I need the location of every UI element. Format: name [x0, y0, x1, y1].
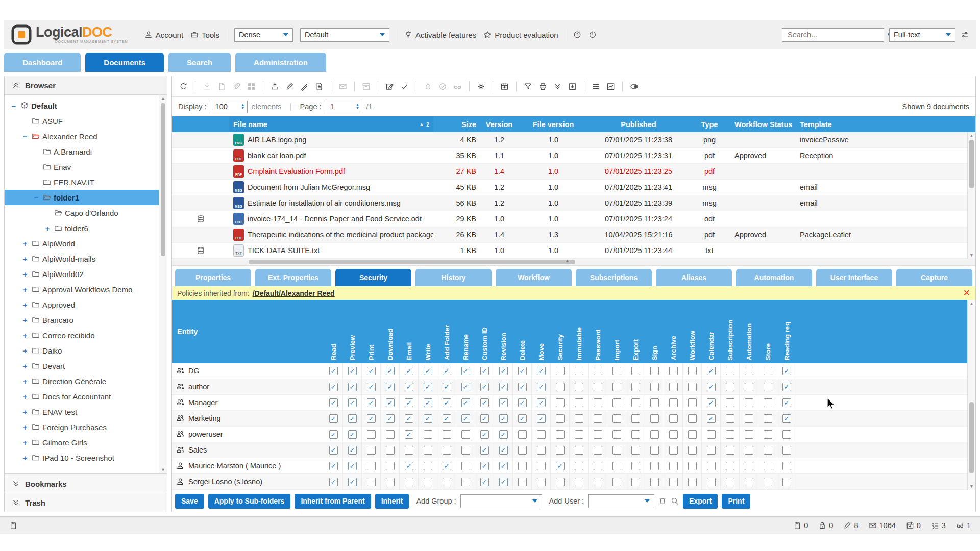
security-row-manager[interactable]: Manager ✓✓✓✓✓✓✓✓✓✓✓✓✓✓	[172, 395, 975, 411]
checkbox-author-read[interactable]: ✓	[329, 383, 338, 391]
checkbox-marketing-move[interactable]: ✓	[537, 414, 546, 423]
security-row-maurice-marston-maurice[interactable]: Maurice Marston ( Maurice ) ✓✓✓✓✓✓✓	[172, 458, 975, 474]
checkbox-poweruser-subscription[interactable]	[726, 430, 734, 439]
export-grid-icon[interactable]	[566, 80, 579, 93]
tree-expander-icon[interactable]: +	[21, 408, 29, 416]
checkbox-dg-store[interactable]	[764, 367, 772, 375]
checkbox-marketing-read[interactable]: ✓	[329, 414, 338, 423]
tree-node-alexander-reed[interactable]: − Alexander Reed	[5, 129, 159, 144]
bookmarks-section-header[interactable]: Bookmarks	[5, 474, 167, 493]
close-icon[interactable]: ✕	[963, 288, 970, 298]
inherited-folder-link[interactable]: /Default/Alexander Reed	[253, 289, 335, 297]
checkbox-maurice-marston-maurice-password[interactable]	[594, 462, 602, 470]
tree-node-alpiworld[interactable]: + AlpiWorld	[5, 236, 159, 251]
security-row-marketing[interactable]: Marketing ✓✓✓✓✓✓✓✓✓✓✓✓✓✓	[172, 411, 975, 427]
product-evaluation-link[interactable]: Product evaluation	[483, 31, 558, 39]
checkbox-maurice-marston-maurice-custom-id[interactable]: ✓	[480, 462, 489, 470]
checkbox-sergei-losno-s-losno-sign[interactable]	[650, 478, 659, 486]
checkbox-maurice-marston-maurice-import[interactable]	[612, 462, 621, 470]
document-name[interactable]: Document from Julian McGregor.msg	[248, 183, 370, 191]
checkbox-manager-security[interactable]	[556, 398, 565, 407]
checkbox-manager-delete[interactable]: ✓	[518, 398, 527, 407]
document-name[interactable]: invoice-174_14 - Dennis Paper and Food S…	[248, 215, 422, 223]
checkbox-sales-delete[interactable]	[518, 446, 527, 455]
column-header-size[interactable]: Size	[433, 120, 480, 129]
checkbox-poweruser-password[interactable]	[594, 430, 602, 439]
checkbox-sergei-losno-s-losno-read[interactable]: ✓	[329, 478, 338, 486]
checkbox-sales-security[interactable]	[556, 446, 565, 455]
status-tasks-counter[interactable]: 3	[931, 521, 946, 530]
checkbox-manager-import[interactable]	[612, 398, 621, 407]
advanced-search-sliders-icon[interactable]	[961, 31, 969, 39]
column-header-workflow-status[interactable]: Workflow Status	[730, 120, 796, 129]
checkbox-sales-read[interactable]: ✓	[329, 446, 338, 455]
checkbox-sergei-losno-s-losno-download[interactable]	[386, 478, 395, 486]
checkbox-sales-archive[interactable]	[669, 446, 678, 455]
checkbox-dg-preview[interactable]: ✓	[348, 367, 357, 375]
checkbox-marketing-print[interactable]: ✓	[367, 414, 376, 423]
tree-node-approved[interactable]: + Approved	[5, 297, 159, 312]
detail-tab-ext-properties[interactable]: Ext. Properties	[255, 269, 331, 286]
checkbox-sergei-losno-s-losno-export[interactable]	[631, 478, 640, 486]
checkbox-dg-immutable[interactable]	[575, 367, 583, 375]
checkbox-sales-print[interactable]	[367, 446, 376, 455]
tools-menu[interactable]: Tools	[190, 31, 219, 39]
column-header-version[interactable]: Version	[480, 120, 518, 129]
tree-expander-icon[interactable]: +	[21, 454, 29, 462]
document-row-document-from-julian-mcgregor-msg[interactable]: MSGDocument from Julian McGregor.msg 45 …	[172, 180, 975, 195]
browser-section-header[interactable]: Browser	[5, 76, 167, 95]
checkbox-marketing-password[interactable]	[594, 414, 602, 423]
document-name[interactable]: TICK-DATA-SUITE.txt	[248, 246, 320, 255]
checkbox-maurice-marston-maurice-write[interactable]	[424, 462, 432, 470]
checkbox-sales-custom-id[interactable]: ✓	[480, 446, 489, 455]
checkbox-sergei-losno-s-losno-print[interactable]	[367, 478, 376, 486]
tree-expander-icon[interactable]: +	[21, 285, 29, 294]
security-column-download[interactable]: Download	[381, 300, 400, 363]
checkbox-sergei-losno-s-losno-store[interactable]	[764, 478, 772, 486]
checkbox-maurice-marston-maurice-email[interactable]: ✓	[405, 462, 413, 470]
checkbox-sales-revision[interactable]: ✓	[499, 446, 508, 455]
checkbox-sergei-losno-s-losno-calendar[interactable]	[707, 478, 716, 486]
edit-icon[interactable]	[283, 80, 296, 93]
security-column-security[interactable]: Security	[551, 300, 570, 363]
status-glasses-counter[interactable]: 1	[956, 521, 971, 530]
checkbox-sales-rename[interactable]	[461, 446, 470, 455]
trash-section-header[interactable]: Trash	[5, 493, 167, 512]
horizontal-scroll-thumb[interactable]	[249, 260, 575, 264]
checkbox-maurice-marston-maurice-print[interactable]	[367, 462, 376, 470]
security-column-export[interactable]: Export	[626, 300, 645, 363]
tree-node-direction-g-n-rale[interactable]: + Direction Générale	[5, 373, 159, 389]
spinner-arrows-icon[interactable]: ▲▼	[356, 104, 360, 110]
checkbox-poweruser-write[interactable]	[424, 430, 432, 439]
checkbox-sergei-losno-s-losno-import[interactable]	[612, 478, 621, 486]
document-row-blank-car-loan-pdf[interactable]: PDFblank car loan.pdf 35 KB 1.1 1.0 07/0…	[172, 148, 975, 164]
checkbox-sergei-losno-s-losno-email[interactable]	[405, 478, 413, 486]
search-input[interactable]	[787, 30, 884, 39]
save-button[interactable]: Save	[175, 494, 204, 509]
tree-node-a-bramardi[interactable]: A.Bramardi	[5, 144, 159, 159]
add-user-select[interactable]	[588, 494, 654, 508]
search-mode-select[interactable]: Full-text	[889, 28, 955, 42]
checkbox-sales-subscription[interactable]	[726, 446, 734, 455]
checkbox-author-workflow[interactable]	[688, 383, 697, 391]
checkbox-poweruser-read[interactable]: ✓	[329, 430, 338, 439]
checkbox-author-immutable[interactable]	[575, 383, 583, 391]
checkbox-manager-download[interactable]: ✓	[386, 398, 395, 407]
inherit-from-parent-button[interactable]: Inherit from Parent	[295, 494, 371, 509]
automation-icon[interactable]	[475, 80, 487, 93]
tree-node-correo-recibido[interactable]: + Correo recibido	[5, 328, 159, 343]
checkbox-maurice-marston-maurice-move[interactable]	[537, 462, 546, 470]
security-column-sign[interactable]: Sign	[645, 300, 664, 363]
nav-tab-administration[interactable]: Administration	[235, 53, 326, 72]
checkbox-sales-email[interactable]	[405, 446, 413, 455]
tree-node-asuf[interactable]: ASUF	[5, 113, 159, 129]
checkbox-manager-revision[interactable]: ✓	[499, 398, 508, 407]
checkbox-dg-delete[interactable]: ✓	[518, 367, 527, 375]
status-mail-counter[interactable]: 1064	[869, 521, 896, 530]
checkbox-poweruser-delete[interactable]	[518, 430, 527, 439]
calendar-icon[interactable]	[498, 80, 511, 93]
tree-expander-icon[interactable]: +	[21, 316, 29, 324]
tree-node-alpiworld02[interactable]: + AlpiWorld02	[5, 266, 159, 282]
tree-expander-icon[interactable]: +	[43, 224, 52, 233]
tree-expander-icon[interactable]: +	[21, 300, 29, 309]
